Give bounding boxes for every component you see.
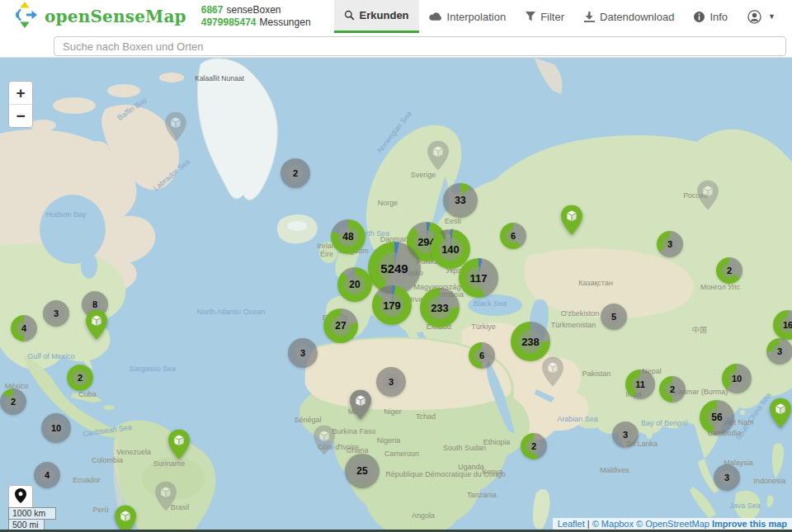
cluster-count: 16 [780,317,792,333]
cluster-count: 2 [287,165,304,181]
map-cluster[interactable]: 3 [612,421,639,448]
sensebox-pin-gray[interactable] [165,112,186,142]
tab-erkunden[interactable]: Erkunden [334,0,419,33]
map-cluster[interactable]: 2 [280,158,310,188]
measurements-count: 4979985474 [201,16,257,28]
cluster-count: 20 [345,275,365,294]
scale-km: 1000 km [8,507,56,520]
user-icon [747,10,761,24]
map-cluster[interactable]: 10 [41,413,71,443]
download-icon [584,12,595,22]
cluster-count: 27 [331,316,351,336]
map-attribution: Leaflet | © Mapbox © OpenStreetMap Impro… [553,518,792,530]
map-cluster[interactable]: 33 [443,183,478,218]
map-cluster[interactable]: 48 [331,219,365,254]
sensebox-pin-gray[interactable] [350,390,371,420]
tab-interpolation[interactable]: Interpolation [419,0,516,33]
map-cluster[interactable]: 2 [521,433,547,459]
filter-icon [526,12,535,21]
tab-filter[interactable]: Filter [516,0,574,33]
sensebox-pin-green[interactable] [115,506,136,532]
opensensemap-logo-icon [12,1,38,32]
map-cluster[interactable]: 6 [469,342,495,369]
sensebox-pin-green[interactable] [168,430,190,459]
map-cluster[interactable]: 2 [659,376,686,403]
cluster-count: 3 [295,345,311,361]
sensebox-pin-gray[interactable] [697,181,719,210]
locate-me-button[interactable] [8,485,33,510]
zoom-control: + − [8,81,33,128]
search-icon [344,10,355,21]
boxes-label: senseBoxen [226,4,280,16]
improve-map-link[interactable]: Improve this map [712,519,787,529]
sensebox-pin-green[interactable] [86,310,107,340]
map-cluster[interactable]: 238 [511,322,550,361]
cluster-count: 6 [474,348,489,363]
sensebox-pin-gray[interactable] [314,426,335,455]
map-cluster[interactable]: 4 [11,315,37,341]
map-cluster[interactable]: 3 [714,464,740,491]
sensebox-pin-green[interactable] [561,205,582,235]
map-cluster[interactable]: 2 [0,388,26,415]
sensebox-pin-gray[interactable] [427,141,449,171]
map-cluster[interactable]: 117 [459,258,498,298]
zoom-in-button[interactable]: + [9,82,32,104]
scale-control: 1000 km 500 mi [8,507,56,531]
cluster-count: 2 [73,370,87,385]
map-cluster[interactable]: 56 [700,400,734,435]
cluster-count: 4 [40,468,54,483]
cluster-count: 117 [467,266,490,290]
map-cluster[interactable]: 2 [67,365,93,391]
mapbox-link[interactable]: © Mapbox [592,519,636,529]
map-cluster[interactable]: 20 [337,267,372,302]
map-cluster[interactable]: 27 [323,308,358,343]
cluster-count: 2 [526,439,541,454]
tab-erkunden-label: Erkunden [360,9,409,21]
cluster-count: 140 [439,238,462,261]
app-header: openSenseMap 6867senseBoxen 4979985474Me… [0,0,792,58]
cluster-count: 238 [519,330,542,353]
info-icon [694,12,705,22]
map-cluster[interactable]: 5 [601,304,627,330]
account-menu[interactable]: ▼ [738,0,785,33]
cluster-count: 233 [428,296,451,319]
tab-info[interactable]: Info [684,0,738,33]
brand[interactable]: openSenseMap [0,0,186,33]
leaflet-link[interactable]: Leaflet [558,519,585,529]
map-cluster[interactable]: 3 [376,367,406,397]
map-cluster[interactable]: 3 [657,231,683,257]
tab-datendownload[interactable]: Datendownload [574,0,684,33]
map-canvas[interactable]: Kalaallit NunaatBaffin BayNorwegian SeaL… [0,58,792,532]
tab-filter-label: Filter [540,11,564,23]
map-cluster[interactable]: 179 [372,285,412,325]
cluster-count: 10 [48,420,64,436]
cloud-icon [429,12,442,21]
map-cluster[interactable]: 2 [716,257,742,284]
cluster-count: 3 [719,470,734,485]
cluster-count: 10 [728,370,745,387]
map-cluster[interactable]: 25 [345,454,380,488]
map-cluster[interactable]: 4 [34,462,60,488]
location-pin-icon [15,488,26,506]
map-cluster[interactable]: 10 [722,364,752,393]
map-cluster[interactable]: 3 [766,338,792,365]
map-cluster[interactable]: 3 [288,338,318,368]
map-cluster[interactable]: 11 [625,370,655,399]
map-cluster[interactable]: 233 [420,288,460,327]
sensebox-pin-gray[interactable] [542,357,563,387]
sensebox-pin-green[interactable] [770,398,791,428]
cluster-count: 4 [16,321,31,336]
map-cluster[interactable]: 6 [500,223,526,249]
sensebox-pin-gray[interactable] [155,482,177,511]
zoom-out-button[interactable]: − [9,105,32,127]
boxes-count: 6867 [201,4,224,16]
cluster-count: 48 [338,227,358,247]
cluster-count: 6 [506,228,521,243]
chevron-down-icon: ▼ [768,12,776,21]
osm-link[interactable]: © OpenStreetMap [636,519,712,529]
search-input[interactable] [54,36,786,56]
cluster-count: 2 [6,394,21,409]
map-cluster[interactable]: 3 [43,300,69,327]
cluster-count: 11 [632,376,648,393]
cluster-count: 56 [707,407,727,427]
